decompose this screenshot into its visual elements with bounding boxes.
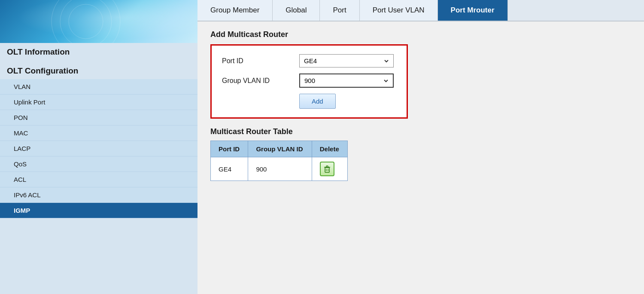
- port-id-select[interactable]: GE1 GE2 GE3 GE4 GE5 GE6 GE7 GE8: [299, 54, 394, 67]
- svg-rect-0: [325, 168, 329, 172]
- tab-global[interactable]: Global: [273, 0, 320, 21]
- sidebar-item-mac[interactable]: MAC: [0, 126, 197, 141]
- form-section-title: Add Multicast Router: [210, 30, 631, 39]
- group-vlan-select[interactable]: 100 200 300 400 500 600 700 800 900 1000: [299, 74, 394, 88]
- sidebar-item-lacp[interactable]: LACP: [0, 141, 197, 156]
- sidebar-item-igmp[interactable]: IGMP: [0, 203, 197, 218]
- main-layout: OLT Information OLT Configuration VLAN U…: [0, 0, 644, 294]
- port-id-label: Port ID: [222, 57, 299, 65]
- top-banner: [0, 0, 197, 43]
- sidebar-section-olt-config: OLT Configuration: [0, 62, 197, 79]
- content-body: Add Multicast Router Port ID GE1 GE2 GE3…: [197, 21, 644, 294]
- tab-group-member[interactable]: Group Member: [197, 0, 273, 21]
- port-id-row: Port ID GE1 GE2 GE3 GE4 GE5 GE6 GE7 GE8: [222, 54, 396, 67]
- sidebar-item-vlan[interactable]: VLAN: [0, 79, 197, 95]
- trash-icon: [323, 165, 331, 173]
- add-button[interactable]: Add: [299, 94, 336, 109]
- col-header-delete: Delete: [312, 141, 347, 157]
- group-vlan-row: Group VLAN ID 100 200 300 400 500 600 70…: [222, 74, 396, 88]
- sidebar: OLT Information OLT Configuration VLAN U…: [0, 0, 197, 294]
- table-row: GE4 900: [211, 157, 348, 181]
- row-delete-cell: [312, 157, 347, 181]
- tab-port-user-vlan[interactable]: Port User VLAN: [360, 0, 438, 21]
- row-port-id: GE4: [211, 157, 248, 181]
- sidebar-item-ipv6-acl[interactable]: IPv6 ACL: [0, 187, 197, 203]
- tab-port[interactable]: Port: [320, 0, 359, 21]
- delete-button[interactable]: [320, 162, 334, 176]
- tab-port-mrouter[interactable]: Port Mrouter: [438, 0, 508, 21]
- table-header-row: Port ID Group VLAN ID Delete: [211, 141, 348, 157]
- row-group-vlan-id: 900: [248, 157, 312, 181]
- sidebar-section-olt-info[interactable]: OLT Information: [0, 43, 197, 60]
- group-vlan-label: Group VLAN ID: [222, 77, 299, 85]
- multicast-router-table: Port ID Group VLAN ID Delete GE4 900: [210, 141, 348, 181]
- sidebar-item-acl[interactable]: ACL: [0, 172, 197, 187]
- tab-bar: Group Member Global Port Port User VLAN …: [197, 0, 644, 21]
- col-header-port-id: Port ID: [211, 141, 248, 157]
- add-button-row: Add: [222, 94, 396, 109]
- col-header-group-vlan-id: Group VLAN ID: [248, 141, 312, 157]
- content-area: Group Member Global Port Port User VLAN …: [197, 0, 644, 294]
- sidebar-item-qos[interactable]: QoS: [0, 156, 197, 172]
- sidebar-item-uplink-port[interactable]: Uplink Port: [0, 95, 197, 110]
- sidebar-item-pon[interactable]: PON: [0, 110, 197, 126]
- table-section-title: Multicast Router Table: [210, 127, 631, 136]
- add-multicast-router-form: Port ID GE1 GE2 GE3 GE4 GE5 GE6 GE7 GE8 …: [210, 44, 408, 119]
